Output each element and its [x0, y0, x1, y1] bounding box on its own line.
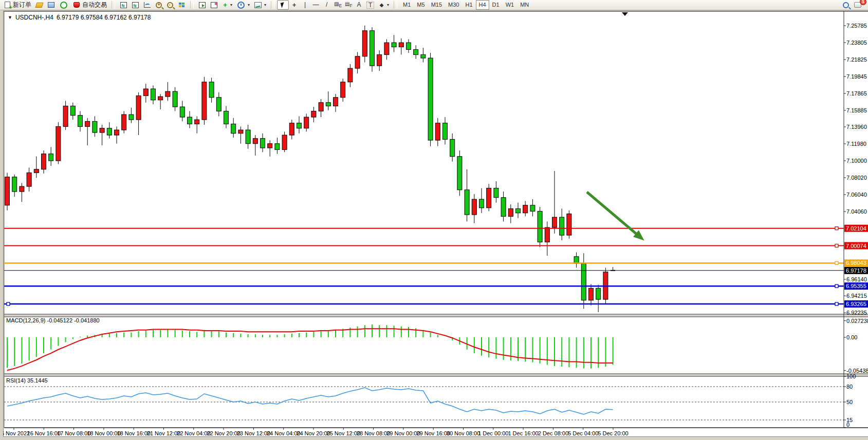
- svg-text:1 Dec 16:00: 1 Dec 16:00: [508, 430, 538, 436]
- svg-text:7.13960: 7.13960: [846, 124, 867, 130]
- fibonacci-icon: ▤F: [345, 0, 352, 10]
- svg-text:7.19845: 7.19845: [846, 73, 867, 80]
- svg-text:7.04060: 7.04060: [846, 208, 867, 215]
- new-order-label: 新订单: [13, 1, 31, 9]
- auto-scroll-icon: [199, 2, 206, 8]
- cursor-tool-button[interactable]: [277, 0, 289, 10]
- timeframe-d1-button[interactable]: D1: [489, 0, 503, 10]
- text-label-icon: T: [366, 2, 374, 9]
- templates-button[interactable]: ▾: [252, 0, 268, 10]
- line-handle[interactable]: [835, 261, 838, 264]
- auto-scroll-button[interactable]: [196, 0, 208, 10]
- headset-icon: [60, 2, 67, 9]
- arrows-tool-button[interactable]: ◆▾: [376, 0, 391, 10]
- chevron-down-icon: ▾: [230, 3, 232, 7]
- toolbar-separator: [190, 1, 194, 9]
- search-button[interactable]: [840, 0, 852, 10]
- line-handle[interactable]: [7, 302, 10, 305]
- svg-text:0.027238: 0.027238: [846, 318, 868, 324]
- timeframe-mn-button[interactable]: MN: [517, 0, 532, 10]
- svg-text:16 Nov 16:00: 16 Nov 16:00: [27, 430, 61, 436]
- chart-canvas[interactable]: 7.257857.238057.218257.198457.178657.158…: [3, 11, 868, 437]
- svg-text:0.00: 0.00: [846, 334, 857, 340]
- charts-window-button[interactable]: [45, 0, 57, 10]
- line-handle[interactable]: [835, 284, 838, 288]
- svg-text:7.15885: 7.15885: [846, 107, 867, 113]
- svg-text:18 Nov 00:00: 18 Nov 00:00: [87, 430, 120, 436]
- svg-text:6.95355: 6.95355: [846, 283, 866, 289]
- bar-chart-button[interactable]: [118, 0, 130, 10]
- auto-trading-button[interactable]: 自动交易: [70, 0, 109, 10]
- main-price-pane[interactable]: [4, 11, 868, 314]
- macd-indicator-label: MACD(12,26,9) -0.045122 -0.041880: [6, 317, 100, 323]
- crosshair-tool-button[interactable]: +: [289, 0, 300, 10]
- time-axis-labels: 16 Nov 202216 Nov 16:0017 Nov 08:0018 No…: [3, 428, 629, 436]
- text-tool-button[interactable]: A: [354, 0, 364, 10]
- svg-text:5 Dec 04:00: 5 Dec 04:00: [568, 430, 598, 436]
- text-label-tool-button[interactable]: T: [364, 0, 376, 10]
- auto-trading-icon: [73, 2, 80, 8]
- zoom-out-icon: -: [167, 2, 173, 8]
- zoom-in-button[interactable]: +: [153, 0, 164, 10]
- timeframe-m1-button[interactable]: M1: [400, 0, 414, 10]
- svg-text:6.96140: 6.96140: [846, 276, 867, 282]
- svg-text:21 Nov 12:00: 21 Nov 12:00: [147, 430, 180, 436]
- horizontal-line-tool-button[interactable]: —: [310, 0, 321, 10]
- periods-button[interactable]: ▾: [234, 0, 252, 10]
- candlestick-chart-button[interactable]: [130, 0, 141, 10]
- chart-shift-button[interactable]: [208, 0, 220, 10]
- new-order-button[interactable]: 新订单: [2, 0, 33, 10]
- chart-shift-icon: [211, 2, 217, 8]
- svg-text:30 Nov 08:00: 30 Nov 08:00: [447, 430, 480, 436]
- line-chart-button[interactable]: [141, 0, 153, 10]
- line-handle[interactable]: [835, 302, 838, 305]
- pane-splitter[interactable]: [4, 374, 868, 376]
- chart-window: 7.257857.238057.218257.198457.178657.158…: [0, 10, 868, 440]
- chart-menu-triangle-icon[interactable]: ▼: [8, 15, 12, 20]
- zoom-out-button[interactable]: -: [164, 0, 176, 10]
- signals-button[interactable]: [57, 0, 70, 10]
- tile-windows-icon: [179, 3, 184, 8]
- svg-text:22 Nov 20:00: 22 Nov 20:00: [207, 430, 240, 436]
- line-handle[interactable]: [835, 227, 838, 230]
- svg-text:29 Nov 00:00: 29 Nov 00:00: [386, 430, 420, 436]
- pane-splitter[interactable]: [4, 315, 868, 316]
- template-icon: [254, 2, 262, 8]
- svg-text:0: 0: [846, 422, 849, 428]
- timeframe-w1-button[interactable]: W1: [503, 0, 518, 10]
- svg-text:29 Nov 16:00: 29 Nov 16:00: [416, 430, 450, 436]
- horizontal-line-icon: —: [312, 1, 319, 9]
- svg-text:1 Dec 00:00: 1 Dec 00:00: [478, 430, 508, 436]
- timeframe-h4-button[interactable]: H4: [476, 0, 489, 10]
- svg-text:7.21825: 7.21825: [846, 56, 867, 63]
- metaeditor-button[interactable]: [33, 0, 45, 10]
- svg-text:17 Nov 08:00: 17 Nov 08:00: [57, 430, 90, 436]
- svg-text:-0.054384: -0.054384: [846, 368, 868, 374]
- indicators-button[interactable]: +▾: [220, 0, 234, 10]
- timeframe-m15-button[interactable]: M15: [428, 0, 445, 10]
- svg-text:7.08020: 7.08020: [846, 175, 867, 181]
- rsi-indicator-label: RSI(14) 35.1445: [6, 377, 48, 384]
- channel-icon: ▨E: [334, 0, 341, 10]
- line-handle[interactable]: [835, 244, 838, 247]
- channel-tool-button[interactable]: ▨E: [332, 0, 343, 10]
- search-icon: [843, 2, 849, 8]
- timeframe-h1-button[interactable]: H1: [462, 0, 475, 10]
- timeframe-m5-button[interactable]: M5: [414, 0, 428, 10]
- notifications-button[interactable]: 1: [852, 0, 864, 10]
- tile-windows-button[interactable]: [176, 0, 188, 10]
- trendline-tool-button[interactable]: /: [321, 0, 332, 10]
- svg-text:7.00074: 7.00074: [846, 243, 866, 249]
- bar-chart-icon: [120, 2, 127, 8]
- toolbar-separator: [271, 1, 274, 9]
- macd-pane[interactable]: [4, 317, 868, 374]
- vertical-line-tool-button[interactable]: |: [300, 0, 310, 10]
- add-indicator-icon: +: [222, 2, 228, 9]
- zoom-in-icon: +: [156, 2, 162, 8]
- timeframe-m30-button[interactable]: M30: [445, 0, 462, 10]
- svg-text:80: 80: [846, 384, 853, 390]
- text-icon: A: [356, 1, 362, 9]
- svg-text:28 Nov 08:00: 28 Nov 08:00: [357, 430, 390, 436]
- fibonacci-tool-button[interactable]: ▤F: [343, 0, 354, 10]
- svg-text:50: 50: [846, 399, 853, 405]
